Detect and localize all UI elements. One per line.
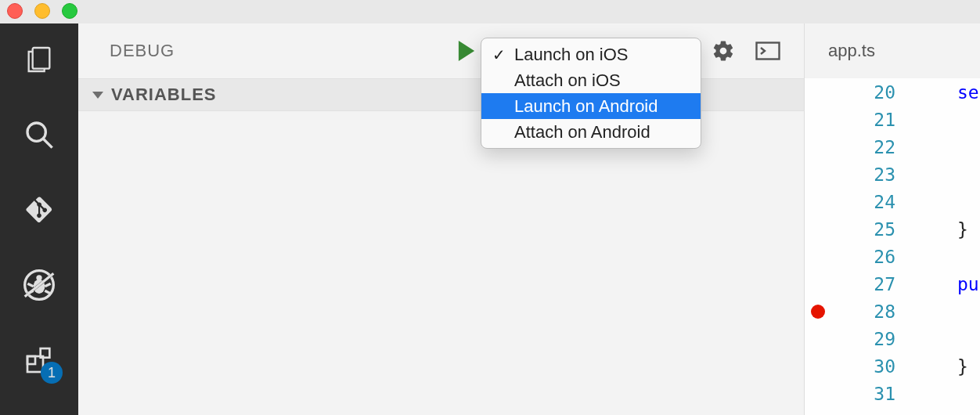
code-line[interactable]: [957, 161, 980, 188]
dropdown-item-label: Launch on Android: [514, 96, 658, 117]
activity-bar: 1: [0, 23, 78, 415]
svg-rect-15: [757, 43, 780, 60]
code-line[interactable]: [957, 325, 980, 352]
line-number[interactable]: 28: [805, 298, 930, 325]
line-number[interactable]: 22: [805, 133, 930, 161]
chevron-down-icon: [92, 92, 103, 99]
line-number[interactable]: 30: [805, 352, 930, 380]
line-number[interactable]: 31: [805, 380, 930, 407]
search-icon[interactable]: [20, 116, 58, 153]
line-number[interactable]: 21: [805, 106, 930, 133]
dropdown-item[interactable]: Attach on iOS: [481, 67, 701, 93]
minimize-window-button[interactable]: [34, 3, 50, 19]
line-number[interactable]: 25: [805, 215, 930, 243]
line-number[interactable]: 27: [805, 270, 930, 298]
code-line[interactable]: set: [957, 78, 980, 106]
git-icon[interactable]: [20, 191, 58, 229]
debug-title: DEBUG: [110, 41, 175, 61]
extensions-badge: 1: [41, 362, 63, 384]
dropdown-item-label: Attach on iOS: [514, 70, 621, 91]
dropdown-item-label: Attach on Android: [514, 122, 650, 143]
svg-line-10: [27, 290, 33, 294]
code-area[interactable]: set}pub}: [957, 78, 980, 415]
code-line[interactable]: [957, 243, 980, 270]
close-window-button[interactable]: [7, 3, 23, 19]
editor: app.ts 202122232425262728293031 set}pub}: [804, 23, 980, 415]
debug-icon[interactable]: [20, 266, 58, 304]
zoom-window-button[interactable]: [62, 3, 77, 19]
variables-section-label: VARIABLES: [111, 85, 217, 105]
code-line[interactable]: }: [957, 215, 980, 243]
line-number[interactable]: 26: [805, 243, 930, 270]
svg-rect-0: [33, 48, 50, 69]
editor-tab[interactable]: app.ts: [828, 41, 875, 61]
breakpoint-icon[interactable]: [811, 305, 825, 319]
extensions-icon[interactable]: 1: [20, 341, 58, 379]
debug-console-button[interactable]: [755, 42, 780, 60]
svg-point-5: [36, 275, 41, 280]
svg-rect-13: [27, 356, 35, 364]
svg-line-8: [27, 283, 33, 287]
dropdown-item[interactable]: Launch on Android: [481, 93, 701, 119]
code-line[interactable]: [957, 106, 980, 133]
debug-config-dropdown[interactable]: ✓Launch on iOSAttach on iOSLaunch on And…: [481, 38, 701, 149]
code-line[interactable]: [957, 133, 980, 161]
dropdown-item[interactable]: Attach on Android: [481, 119, 701, 145]
svg-point-1: [27, 123, 45, 141]
code-line[interactable]: [957, 188, 980, 215]
line-number[interactable]: 24: [805, 188, 930, 215]
explorer-icon[interactable]: [20, 41, 58, 78]
start-debug-button[interactable]: [458, 41, 475, 61]
titlebar: [0, 0, 980, 23]
line-gutter: 202122232425262728293031: [805, 78, 930, 415]
svg-line-2: [43, 139, 52, 148]
line-number[interactable]: 23: [805, 161, 930, 188]
code-line[interactable]: }: [957, 352, 980, 380]
dropdown-item[interactable]: ✓Launch on iOS: [481, 42, 701, 67]
editor-tabbar: app.ts: [805, 23, 980, 78]
svg-line-11: [45, 290, 50, 294]
check-icon: ✓: [492, 45, 506, 64]
line-number[interactable]: 29: [805, 325, 930, 352]
code-line[interactable]: [957, 380, 980, 407]
code-line[interactable]: [957, 298, 980, 325]
configure-button[interactable]: [712, 39, 735, 63]
svg-line-9: [45, 283, 50, 287]
code-line[interactable]: pub: [957, 270, 980, 298]
window-controls: [7, 3, 77, 19]
dropdown-item-label: Launch on iOS: [514, 45, 629, 65]
line-number[interactable]: 20: [805, 78, 930, 106]
